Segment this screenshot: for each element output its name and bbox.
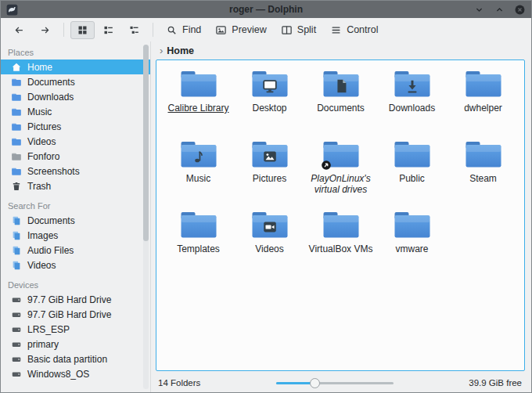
file-label: PlayOnLinux's virtual drives	[307, 174, 376, 196]
file-label: Desktop	[252, 103, 286, 114]
hard-drive-icon	[11, 339, 22, 350]
devices-section-title: Devices	[1, 277, 150, 292]
sidebar-item-screenshots[interactable]: Screenshots	[1, 164, 150, 178]
file-item-virtualbox-vms[interactable]: VirtualBox VMs	[305, 209, 376, 279]
hard-drive-icon	[11, 354, 22, 365]
folder-icon	[394, 139, 431, 170]
file-label: Steam	[469, 174, 497, 185]
sidebar-item-search-videos[interactable]: Videos	[1, 258, 150, 272]
hard-drive-icon	[11, 309, 22, 320]
sidebar-item-primary[interactable]: primary	[1, 337, 150, 352]
file-label: Public	[399, 174, 425, 185]
content-area: Places Home Documents Downloads Music Pi…	[1, 41, 531, 392]
control-button[interactable]: Control	[324, 21, 384, 39]
control-label: Control	[347, 24, 378, 35]
sidebar-item-label: Screenshots	[27, 166, 80, 177]
file-label: Downloads	[389, 103, 435, 114]
file-item-playonlinux-virtual-drives[interactable]: PlayOnLinux's virtual drives	[305, 139, 376, 209]
sidebar-item-trash[interactable]: Trash	[1, 178, 150, 193]
folder-count: 14 Folders	[158, 378, 200, 388]
zoom-slider[interactable]	[276, 377, 394, 388]
hard-drive-icon	[11, 294, 22, 305]
breadcrumb-home[interactable]: Home	[167, 45, 194, 56]
close-button[interactable]	[514, 4, 526, 16]
images-search-icon	[11, 230, 22, 241]
folder-icon	[465, 68, 502, 99]
sidebar-item-label: Downloads	[27, 92, 74, 103]
folder-icon	[11, 77, 22, 88]
file-item-steam[interactable]: Steam	[448, 139, 519, 209]
sidebar-item-label: Basic data partition	[27, 354, 107, 365]
sidebar-item-hard-drive-1[interactable]: 97.7 GiB Hard Drive	[1, 292, 150, 307]
dolphin-app-icon[interactable]	[6, 4, 18, 16]
file-item-public[interactable]: Public	[376, 139, 448, 209]
hamburger-icon	[330, 24, 342, 36]
preview-button[interactable]: Preview	[209, 21, 272, 39]
maximize-button[interactable]	[494, 4, 505, 16]
titlebar: roger — Dolphin	[1, 1, 531, 18]
sidebar-item-label: Documents	[27, 77, 75, 88]
sidebar-item-search-audio-files[interactable]: Audio Files	[1, 243, 150, 258]
file-item-documents[interactable]: Documents	[305, 68, 376, 139]
sidebar-item-search-documents[interactable]: Documents	[1, 213, 150, 228]
sidebar-item-label: 97.7 GiB Hard Drive	[27, 294, 111, 305]
document-emblem-icon	[332, 78, 350, 95]
file-item-downloads[interactable]: Downloads	[376, 68, 448, 139]
toolbar-separator	[153, 23, 153, 37]
file-item-vmware[interactable]: vmware	[376, 209, 448, 279]
folder-icon	[11, 151, 22, 162]
back-button[interactable]	[7, 21, 31, 39]
file-label: Templates	[177, 244, 220, 255]
folder-icon	[11, 136, 22, 147]
sidebar-item-windows8-os[interactable]: Windows8_OS	[1, 366, 150, 381]
forward-button[interactable]	[33, 21, 57, 39]
file-label: Music	[186, 174, 210, 185]
places-scrollbar-thumb[interactable]	[143, 45, 149, 241]
minimize-button[interactable]	[473, 4, 485, 16]
window-title: roger — Dolphin	[1, 4, 531, 15]
sidebar-item-documents[interactable]: Documents	[1, 74, 150, 89]
folder-view: Calibre Library Desktop Documents	[156, 59, 525, 371]
sidebar-item-search-images[interactable]: Images	[1, 228, 150, 243]
sidebar-item-label: Documents	[27, 215, 75, 226]
sidebar-item-music[interactable]: Music	[1, 104, 150, 119]
folder-icon	[322, 209, 360, 240]
sidebar-item-downloads[interactable]: Downloads	[1, 89, 150, 104]
file-item-dwhelper[interactable]: dwhelper	[448, 68, 519, 139]
sidebar-item-home[interactable]: Home	[1, 59, 150, 74]
file-item-templates[interactable]: Templates	[163, 209, 234, 279]
folder-icon	[394, 209, 431, 240]
sidebar-item-fonforo[interactable]: Fonforo	[1, 149, 150, 164]
view-compact-button[interactable]	[96, 21, 120, 39]
split-button[interactable]: Split	[275, 21, 322, 39]
file-label: Videos	[255, 244, 283, 255]
view-details-button[interactable]	[122, 21, 146, 39]
zoom-slider-handle[interactable]	[310, 378, 320, 388]
file-label: Pictures	[253, 174, 286, 185]
sidebar-item-label: Audio Files	[27, 245, 74, 256]
audio-search-icon	[11, 245, 22, 256]
places-panel: Places Home Documents Downloads Music Pi…	[1, 41, 151, 392]
sidebar-item-basic-data-partition[interactable]: Basic data partition	[1, 352, 150, 366]
image-emblem-icon	[261, 148, 279, 165]
trash-icon	[11, 181, 22, 192]
sidebar-item-label: Music	[27, 106, 52, 117]
file-item-calibre-library[interactable]: Calibre Library	[163, 68, 234, 139]
file-label: dwhelper	[464, 103, 502, 114]
sidebar-item-lrs-esp[interactable]: LRS_ESP	[1, 322, 150, 337]
toolbar-separator	[63, 23, 64, 37]
view-icons-button[interactable]	[70, 21, 95, 39]
file-item-desktop[interactable]: Desktop	[234, 68, 305, 139]
sidebar-item-hard-drive-2[interactable]: 97.7 GiB Hard Drive	[1, 307, 150, 322]
file-item-videos[interactable]: Videos	[234, 209, 305, 279]
find-label: Find	[182, 24, 201, 35]
places-scrollbar[interactable]	[143, 45, 149, 389]
sidebar-item-pictures[interactable]: Pictures	[1, 119, 150, 134]
sidebar-item-videos[interactable]: Videos	[1, 134, 150, 149]
symlink-emblem-icon	[321, 160, 332, 171]
file-item-music[interactable]: Music	[163, 139, 234, 209]
window-controls	[473, 4, 526, 16]
find-button[interactable]: Find	[160, 21, 207, 39]
file-item-pictures[interactable]: Pictures	[234, 139, 305, 209]
file-label: Calibre Library	[167, 103, 228, 114]
